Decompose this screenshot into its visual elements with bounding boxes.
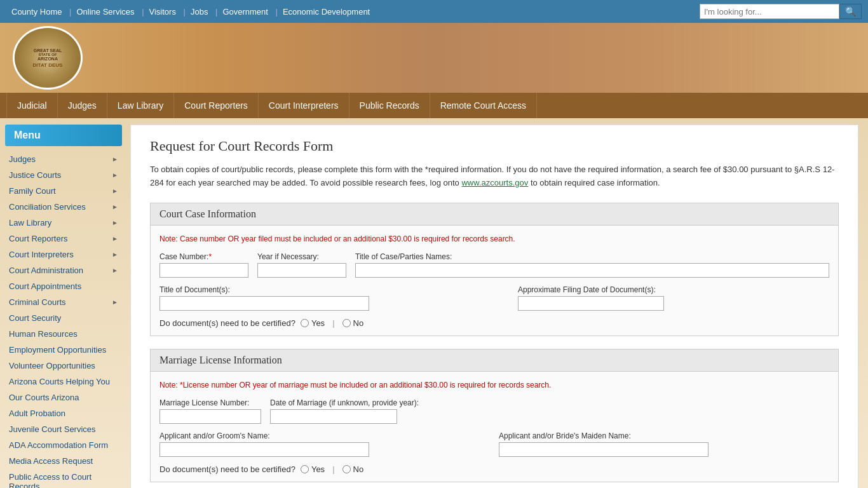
sep5: |	[273, 7, 278, 17]
pipe-separator: |	[332, 318, 334, 328]
nav-visitors[interactable]: Visitors	[144, 7, 181, 17]
marriage-note: Note: *License number OR year of marriag…	[159, 379, 829, 391]
sep4: |	[213, 7, 217, 17]
sidebar: Menu Judges ► Justice Courts ► Family Co…	[0, 118, 127, 488]
required-marker: *	[208, 252, 212, 261]
sidebar-label-employment: Employment Opportunities	[9, 345, 106, 355]
sidebar-label-judges: Judges	[9, 154, 36, 164]
sidebar-item-law-library[interactable]: Law Library ►	[0, 215, 127, 231]
search-box: 🔍	[700, 4, 862, 19]
bride-input[interactable]	[499, 442, 709, 457]
sidebar-label-court-admin: Court Administration	[9, 266, 83, 275]
sidebar-item-court-security[interactable]: Court Security	[0, 310, 127, 326]
marriage-row1: Marriage License Number: Date of Marriag…	[159, 398, 829, 424]
nav-online-services[interactable]: Online Services	[71, 7, 139, 17]
top-navigation: County Home | Online Services | Visitors…	[0, 0, 868, 23]
court-certified-no-label[interactable]: No	[342, 318, 364, 328]
bride-field: Applicant and/or Bride's Maiden Name:	[499, 431, 829, 457]
main-nav-public-records[interactable]: Public Records	[349, 93, 430, 118]
title-parties-field: Title of Case/Parties Names:	[355, 252, 829, 278]
marriage-certified-no-label[interactable]: No	[342, 464, 364, 474]
nav-county-home[interactable]: County Home	[6, 7, 67, 17]
sidebar-label-court-security: Court Security	[9, 313, 61, 323]
sidebar-item-criminal-courts[interactable]: Criminal Courts ►	[0, 294, 127, 310]
sidebar-item-court-interpreters[interactable]: Court Interpreters ►	[0, 247, 127, 262]
sidebar-item-volunteer[interactable]: Volunteer Opportunities	[0, 358, 127, 374]
sidebar-label-family-court: Family Court	[9, 186, 56, 196]
sidebar-item-adult-probation[interactable]: Adult Probation	[0, 405, 127, 421]
sidebar-item-court-admin[interactable]: Court Administration ►	[0, 262, 127, 278]
nav-economic-development[interactable]: Economic Development	[278, 7, 375, 17]
date-marriage-input[interactable]	[270, 409, 397, 424]
marriage-certified-yes-label[interactable]: Yes	[301, 464, 325, 474]
sidebar-item-juvenile[interactable]: Juvenile Court Services	[0, 421, 127, 437]
court-certified-no-radio[interactable]	[342, 319, 351, 327]
arrow-icon-law-library: ►	[112, 219, 118, 226]
sidebar-label-ada: ADA Accommodation Form	[9, 440, 108, 450]
sidebar-item-family-court[interactable]: Family Court ►	[0, 183, 127, 199]
sidebar-item-judges[interactable]: Judges ►	[0, 151, 127, 167]
court-case-title: Court Case Information	[159, 208, 829, 220]
main-nav-court-reporters[interactable]: Court Reporters	[174, 93, 259, 118]
court-certified-yes-radio[interactable]	[301, 319, 309, 327]
sidebar-item-employment[interactable]: Employment Opportunities	[0, 342, 127, 358]
court-certified-yes-label[interactable]: Yes	[301, 318, 325, 328]
marriage-body: Note: *License number OR year of marriag…	[151, 372, 838, 482]
marriage-header: Marriage License Information	[151, 349, 838, 372]
sidebar-label-court-reporters: Court Reporters	[9, 234, 67, 243]
sidebar-item-court-reporters[interactable]: Court Reporters ►	[0, 231, 127, 247]
search-input[interactable]	[700, 4, 839, 19]
sidebar-item-media[interactable]: Media Access Request	[0, 453, 127, 469]
sidebar-item-justice-courts[interactable]: Justice Courts ►	[0, 167, 127, 183]
search-button[interactable]: 🔍	[839, 4, 862, 19]
sidebar-label-public-access: Public Access to Court Records	[9, 472, 118, 488]
page-title: Request for Court Records Form	[150, 138, 839, 154]
court-case-section: Court Case Information Note: Case number…	[150, 203, 839, 336]
main-nav-judicial[interactable]: Judicial	[6, 93, 58, 118]
arrow-icon-criminal-courts: ►	[112, 299, 118, 306]
filing-date-input[interactable]	[518, 296, 664, 311]
title-doc-input[interactable]	[159, 296, 369, 311]
title-doc-field: Title of Document(s):	[159, 285, 509, 311]
main-nav-law-library[interactable]: Law Library	[107, 93, 174, 118]
arrow-icon-justice-courts: ►	[112, 172, 118, 179]
marriage-certified-yes-radio[interactable]	[301, 465, 309, 473]
court-certified-question: Do document(s) need to be certified?	[159, 318, 295, 328]
sidebar-label-juvenile: Juvenile Court Services	[9, 424, 96, 434]
case-number-input[interactable]	[159, 263, 248, 278]
nav-government[interactable]: Government	[217, 7, 273, 17]
seal-text: GREAT SEAL STATE OF ARIZONA DITAT DEUS	[33, 48, 63, 68]
title-parties-label: Title of Case/Parties Names:	[355, 252, 829, 261]
main-nav-court-interpreters[interactable]: Court Interpreters	[259, 93, 349, 118]
nav-jobs[interactable]: Jobs	[186, 7, 213, 17]
title-parties-input[interactable]	[355, 263, 829, 278]
year-input[interactable]	[257, 263, 346, 278]
marriage-certified-no-radio[interactable]	[342, 465, 351, 473]
filing-date-label: Approximate Filing Date of Document(s):	[518, 285, 829, 294]
sidebar-item-az-courts-helping[interactable]: Arizona Courts Helping You	[0, 374, 127, 390]
sidebar-item-ada[interactable]: ADA Accommodation Form	[0, 437, 127, 453]
license-number-input[interactable]	[159, 409, 261, 424]
marriage-section: Marriage License Information Note: *Lice…	[150, 349, 839, 482]
site-header: GREAT SEAL STATE OF ARIZONA DITAT DEUS	[0, 23, 868, 93]
sidebar-label-court-appointments: Court Appointments	[9, 281, 81, 291]
court-case-header: Court Case Information	[151, 203, 838, 226]
groom-input[interactable]	[159, 442, 369, 457]
sidebar-item-human-resources[interactable]: Human Resources	[0, 326, 127, 342]
sep3: |	[181, 7, 186, 17]
sidebar-item-our-courts[interactable]: Our Courts Arizona	[0, 390, 127, 405]
year-label: Year if Necessary:	[257, 252, 346, 261]
sidebar-label-volunteer: Volunteer Opportunities	[9, 361, 95, 370]
main-nav-remote-court[interactable]: Remote Court Access	[430, 93, 537, 118]
main-navigation: Judicial Judges Law Library Court Report…	[0, 93, 868, 118]
filing-date-field: Approximate Filing Date of Document(s):	[518, 285, 829, 311]
sidebar-item-court-appointments[interactable]: Court Appointments	[0, 278, 127, 294]
license-number-field: Marriage License Number:	[159, 398, 261, 424]
intro-paragraph: To obtain copies of court/public records…	[150, 163, 839, 190]
sidebar-item-public-access[interactable]: Public Access to Court Records	[0, 469, 127, 488]
sidebar-item-conciliation[interactable]: Conciliation Services ►	[0, 199, 127, 215]
azcourts-link[interactable]: www.azcourts.gov	[461, 178, 528, 187]
main-nav-judges[interactable]: Judges	[58, 93, 107, 118]
sidebar-label-law-library: Law Library	[9, 218, 51, 227]
court-case-row1: Case Number:* Year if Necessary: Title o…	[159, 252, 829, 278]
